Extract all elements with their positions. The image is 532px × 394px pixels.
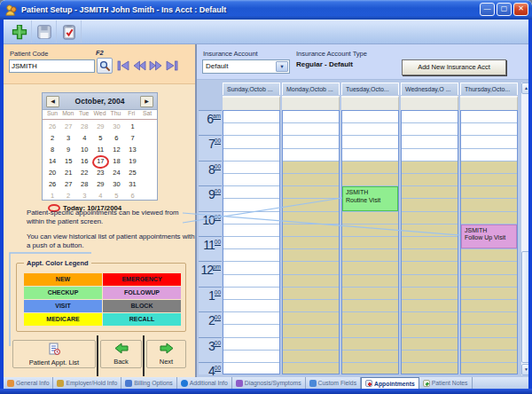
calendar-date-cell[interactable]: 2 — [44, 132, 60, 144]
window-border-right — [528, 20, 532, 389]
day-column[interactable] — [282, 110, 340, 374]
calendar-date-cell[interactable]: 1 — [44, 190, 60, 201]
calendar-prev-month-button[interactable]: ◀ — [46, 96, 59, 107]
minimize-button[interactable]: — — [480, 3, 495, 16]
day-column[interactable]: JSMITHFollow Up Visit — [460, 110, 518, 374]
diagnosis-icon — [236, 380, 243, 387]
calendar-date-cell[interactable]: 6 — [108, 132, 124, 144]
calendar-date-cell[interactable]: 28 — [76, 121, 92, 132]
calendar-date-cell[interactable]: 15 — [60, 155, 76, 167]
tab-appointments[interactable]: Appointments — [361, 377, 419, 389]
calendar-day-of-week-row: SunMonTueWedThuFriSat — [43, 110, 157, 120]
next-button[interactable]: Next — [146, 340, 186, 368]
calendar-date-cell[interactable]: 5 — [108, 190, 124, 201]
calendar-date-cell[interactable]: 5 — [92, 132, 108, 144]
tab-label: Patient Notes — [432, 380, 468, 386]
day-column-header[interactable]: Wednesday,O ... — [401, 83, 458, 95]
calendar-dow-label: Tue — [76, 110, 92, 119]
next-record-icon[interactable] — [149, 60, 162, 71]
tab-label: Additional Info — [190, 380, 228, 386]
patient-setup-window: Patient Setup - JSMITH John Smith - Ins … — [0, 0, 532, 394]
calendar-date-cell[interactable]: 2 — [60, 190, 76, 201]
tab-patient-notes[interactable]: Patient Notes — [419, 377, 473, 389]
previous-record-icon[interactable] — [133, 60, 146, 71]
calendar-next-month-button[interactable]: ▶ — [140, 96, 153, 107]
calendar-date-cell[interactable]: 3 — [76, 190, 92, 201]
tab-employer[interactable]: Employer/Hold Info — [53, 377, 121, 389]
appointment-patient: JSMITH — [465, 227, 516, 235]
patient-code-input[interactable] — [9, 59, 95, 73]
last-record-icon[interactable] — [165, 60, 178, 71]
calendar-date-cell[interactable]: 3 — [60, 132, 76, 144]
window-border-bottom — [0, 389, 532, 394]
appointment[interactable]: JSMITHFollow Up Visit — [461, 225, 517, 248]
day-column[interactable]: JSMITHRoutine Visit — [341, 110, 399, 374]
calendar-date-cell[interactable]: 8 — [44, 144, 60, 155]
calendar-date-cell[interactable]: 29 — [92, 121, 108, 132]
insurance-account-label: Insurance Account — [203, 50, 258, 58]
tab-additional-info[interactable]: Additional Info — [177, 377, 232, 389]
insurance-account-select[interactable]: Default ▼ — [202, 59, 290, 74]
month-calendar: ◀ October, 2004 ▶ SunMonTueWedThuFriSat … — [42, 92, 158, 201]
day-column[interactable] — [223, 110, 280, 374]
tab-diagnosis[interactable]: Diagnosis/Symptoms — [232, 377, 306, 389]
calendar-date-cell[interactable]: 11 — [92, 144, 108, 155]
calendar-date-cell[interactable]: 4 — [76, 132, 92, 144]
calendar-date-cell[interactable]: 18 — [108, 155, 124, 167]
calendar-date-cell[interactable]: 19 — [124, 155, 140, 167]
calendar-date-cell[interactable]: 29 — [92, 178, 108, 190]
tab-label: Appointments — [374, 381, 415, 387]
appointment[interactable]: JSMITHRoutine Visit — [342, 186, 398, 210]
calendar-date-cell[interactable]: 31 — [124, 178, 140, 190]
calendar-date-cell[interactable]: 30 — [108, 121, 124, 132]
patient-appt-list-button[interactable]: Patient Appt. List — [12, 340, 96, 368]
add-new-insurance-button[interactable]: Add New Insurance Acct — [402, 59, 506, 75]
calendar-date-cell[interactable]: 24 — [108, 167, 124, 178]
calendar-date-cell[interactable]: 14 — [44, 155, 60, 167]
calendar-date-cell[interactable]: 6 — [124, 190, 140, 201]
calendar-date-cell[interactable]: 25 — [124, 167, 140, 178]
calendar-date-cell[interactable]: 26 — [44, 178, 60, 190]
calendar-date-cell[interactable]: 16 — [76, 155, 92, 167]
patient-notes-icon — [423, 380, 430, 387]
back-button[interactable]: Back — [100, 340, 142, 368]
day-column-header[interactable]: Sunday,Octob ... — [223, 83, 280, 95]
calendar-date-cell[interactable]: 22 — [76, 167, 92, 178]
back-label: Back — [101, 358, 141, 366]
maximize-button[interactable]: ▢ — [497, 3, 512, 16]
legend-item: MEDICARE — [24, 313, 102, 326]
save-icon — [36, 24, 52, 40]
tab-custom-fields[interactable]: Custom Fields — [306, 377, 361, 389]
calendar-date-cell[interactable]: 7 — [124, 132, 140, 144]
calendar-date-cell[interactable]: 28 — [76, 178, 92, 190]
combo-dropdown-arrow-icon[interactable]: ▼ — [276, 61, 288, 72]
calendar-date-cell[interactable]: 9 — [60, 144, 76, 155]
calendar-date-cell[interactable]: 13 — [124, 144, 140, 155]
day-column-header[interactable]: Tuesday,Octo... — [341, 83, 399, 95]
close-button[interactable]: ✕ — [513, 3, 528, 16]
calendar-date-cell[interactable]: 27 — [60, 121, 76, 132]
calendar-date-cell[interactable]: 30 — [108, 178, 124, 190]
verify-button[interactable] — [57, 20, 82, 43]
day-column-header[interactable]: Thursday,Octo... — [460, 83, 518, 95]
calendar-date-cell[interactable]: 12 — [108, 144, 124, 155]
calendar-date-cell[interactable]: 23 — [92, 167, 108, 178]
calendar-date-cell[interactable]: 17 — [92, 155, 108, 167]
calendar-date-cell[interactable]: 27 — [60, 178, 76, 190]
calendar-date-cell[interactable]: 1 — [124, 121, 140, 132]
calendar-date-cell[interactable]: 21 — [60, 167, 76, 178]
new-button[interactable] — [7, 20, 32, 43]
patient-search-button[interactable] — [97, 58, 113, 74]
tab-general-info[interactable]: General Info — [4, 377, 53, 389]
save-button[interactable] — [32, 20, 57, 43]
tab-billing[interactable]: Billing Options — [121, 377, 176, 389]
calendar-date-cell[interactable]: 4 — [92, 190, 108, 201]
calendar-date-cell[interactable]: 20 — [44, 167, 60, 178]
calendar-date-cell[interactable]: 10 — [76, 144, 92, 155]
day-column-header[interactable]: Monday,Octob ... — [282, 83, 340, 95]
calendar-date-cell[interactable]: 26 — [44, 121, 60, 132]
first-record-icon[interactable] — [117, 60, 130, 71]
tab-label: General Info — [16, 380, 49, 386]
day-column[interactable] — [401, 110, 458, 374]
all-day-cell — [401, 96, 458, 110]
